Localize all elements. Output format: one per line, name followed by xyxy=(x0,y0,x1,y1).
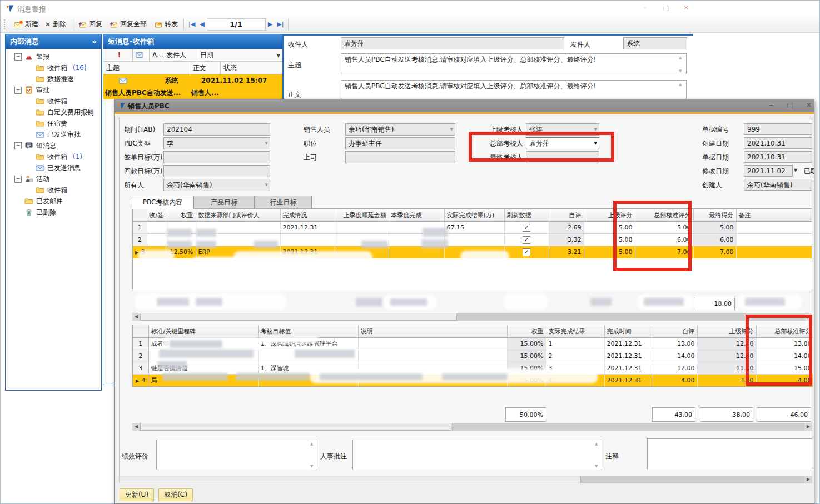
salesperson-select[interactable]: 余巧(华南销售)▼ xyxy=(345,123,455,136)
sidebar-item-已发邮件[interactable]: 已发邮件 xyxy=(6,196,101,207)
column-header[interactable]: 权重 xyxy=(166,209,196,222)
scrollbar-thumb[interactable] xyxy=(140,313,457,321)
dialog-minimize-button[interactable]: – xyxy=(764,101,778,110)
row-number[interactable]: ▶ 4 xyxy=(133,375,148,387)
grid-cell[interactable]: 3.21 xyxy=(549,246,584,258)
scrollbar-thumb[interactable] xyxy=(140,423,451,431)
sidebar-item-已发送审批[interactable]: 已发送审批 xyxy=(6,129,101,140)
row-number[interactable]: 3 xyxy=(133,362,148,375)
sender-column[interactable]: 发件人 xyxy=(163,49,197,62)
column-header[interactable]: 收/签... xyxy=(147,209,166,222)
grid-cell[interactable] xyxy=(358,350,507,362)
column-header[interactable]: 自评 xyxy=(652,325,697,338)
hq-assessor-select[interactable]: 袁芳萍▼ xyxy=(526,137,599,149)
column-header[interactable]: 刷新数据 xyxy=(504,209,549,222)
sidebar-item-收件箱[interactable]: 收件箱(1) xyxy=(6,151,101,162)
recipient-field[interactable]: 袁芳萍 xyxy=(341,37,564,49)
doc-no-field[interactable]: 999 xyxy=(744,123,812,135)
row-number[interactable]: 2 xyxy=(133,350,148,362)
performance-field[interactable] xyxy=(156,440,317,470)
grid-cell[interactable]: 4.00 xyxy=(652,375,697,387)
grid-cell[interactable]: 13.00 xyxy=(652,338,697,350)
grid-cell[interactable]: 11.00 xyxy=(697,362,756,375)
sidebar-item-收件箱[interactable]: 收件箱 xyxy=(6,96,101,107)
grid-cell[interactable]: 15.00% xyxy=(507,350,546,362)
grid-cell[interactable] xyxy=(736,246,812,258)
grid-cell[interactable]: 7.00 xyxy=(635,246,693,258)
delete-button[interactable]: ✕ 删除 xyxy=(42,18,69,31)
grid-cell[interactable]: 2021.12.31 xyxy=(280,222,335,234)
grid-cell[interactable]: ✓ xyxy=(504,246,549,258)
payment-target-field[interactable] xyxy=(163,165,270,177)
column-header[interactable]: 完成时间 xyxy=(604,325,652,338)
column-header[interactable]: 权重 xyxy=(507,325,546,338)
sidebar-item-审批[interactable]: −审批 xyxy=(6,84,101,96)
subject-column[interactable]: 主题 xyxy=(103,62,190,74)
grid-cell[interactable]: 2021.12.31 xyxy=(604,375,652,387)
sidebar-item-已删除[interactable]: 已删除 xyxy=(6,207,101,218)
tab-product-target[interactable]: 产品目标 xyxy=(193,196,255,209)
column-header[interactable]: 说明 xyxy=(358,325,507,338)
scroll-up-icon[interactable]: ▲ xyxy=(679,82,692,87)
grid-cell[interactable]: 5.00 xyxy=(693,222,736,234)
status-column[interactable]: 状态 xyxy=(221,62,284,74)
grid1-hscrollbar[interactable]: ◀ ▶ xyxy=(132,313,812,321)
grid-cell[interactable]: 7.00 xyxy=(693,246,736,258)
sidebar-item-短消息[interactable]: −短消息 xyxy=(6,140,101,151)
scroll-left-icon[interactable]: ◀ xyxy=(132,423,140,431)
superior-assessor-select[interactable]: 张涛▼ xyxy=(526,123,599,136)
page-indicator[interactable]: 1/1 xyxy=(207,18,266,31)
message-row-line1[interactable]: 系统 2021.11.02 15:07 xyxy=(103,74,285,87)
sender-field[interactable]: 系统 xyxy=(623,37,687,49)
grid-cell[interactable]: 5.00 xyxy=(584,234,635,246)
scroll-down-icon[interactable]: ▼ xyxy=(679,69,692,73)
column-header[interactable]: 实际完成结果 xyxy=(546,325,604,338)
grid-cell[interactable]: 12.00 xyxy=(652,362,697,375)
priority-column[interactable]: ! xyxy=(103,49,133,62)
grid-cell[interactable] xyxy=(147,234,166,246)
sidebar-item-收件箱[interactable]: 收件箱(16) xyxy=(6,62,101,73)
sidebar-item-收件箱[interactable]: 收件箱 xyxy=(6,184,101,196)
sign-target-field[interactable] xyxy=(163,151,270,163)
grid-cell[interactable]: 1 xyxy=(546,338,604,350)
expander-icon[interactable]: − xyxy=(14,87,22,94)
row-number[interactable]: 1 xyxy=(133,222,147,234)
superior-field[interactable] xyxy=(345,151,455,163)
grid-cell[interactable] xyxy=(147,222,166,234)
expander-icon[interactable]: − xyxy=(14,142,22,149)
scroll-right-icon[interactable]: ▶ xyxy=(804,476,812,483)
column-header[interactable]: 标准/关键里程碑 xyxy=(148,325,258,338)
grid-cell[interactable] xyxy=(736,234,812,246)
scroll-right-icon[interactable]: ▶ xyxy=(804,423,812,431)
column-header[interactable]: 上季度顺延金额 xyxy=(335,209,389,222)
pbc-type-select[interactable]: 季▼ xyxy=(163,137,270,149)
creator-field[interactable]: 余巧(华南销售) xyxy=(744,179,812,191)
toolbar-grip[interactable] xyxy=(4,19,8,29)
note-field[interactable] xyxy=(647,438,812,470)
grid-cell[interactable]: 5.00 xyxy=(584,222,635,234)
reply-all-button[interactable]: 回复全部 xyxy=(106,18,150,31)
column-header[interactable] xyxy=(133,325,148,338)
grid-cell[interactable]: 14.00 xyxy=(652,350,697,362)
grid-row[interactable]: 12021.12.3167.15✓2.695.005.005.00 xyxy=(133,222,812,234)
sidebar-item-警报[interactable]: −警报 xyxy=(6,51,101,62)
last-page-button[interactable]: ▶| xyxy=(275,19,286,29)
subject-field[interactable]: 销售人员PBC自动发送考核消息,请审核对应填入上级评分、总部核准评分、最终评分! xyxy=(341,53,687,74)
column-header[interactable]: 上级评分 xyxy=(697,325,756,338)
grid-cell[interactable]: 2021.12.31 xyxy=(604,350,652,362)
dialog-maximize-button[interactable]: □ xyxy=(783,101,797,110)
grid-cell[interactable] xyxy=(280,234,335,246)
grid-cell[interactable]: 2 xyxy=(546,350,604,362)
column-header[interactable]: 数据来源部门或评价人 xyxy=(196,209,280,222)
refresh-data-checkbox[interactable]: ✓ xyxy=(523,248,530,256)
column-header[interactable]: 备注 xyxy=(736,209,812,222)
grid-cell[interactable]: 12.00 xyxy=(697,350,756,362)
owner-select[interactable]: 余巧(华南销售)▼ xyxy=(163,179,270,191)
column-header[interactable]: 上级评分 xyxy=(584,209,635,222)
maximize-button[interactable]: □ xyxy=(659,4,673,13)
sidebar-item-自定义费用报销[interactable]: 自定义费用报销 xyxy=(6,107,101,118)
column-header[interactable]: 总部核准评分 xyxy=(756,325,813,338)
grid-cell[interactable]: 14.00 xyxy=(756,350,813,362)
grid-cell[interactable]: 12.00 xyxy=(697,338,756,350)
tab-industry-target[interactable]: 行业目标 xyxy=(255,196,312,209)
